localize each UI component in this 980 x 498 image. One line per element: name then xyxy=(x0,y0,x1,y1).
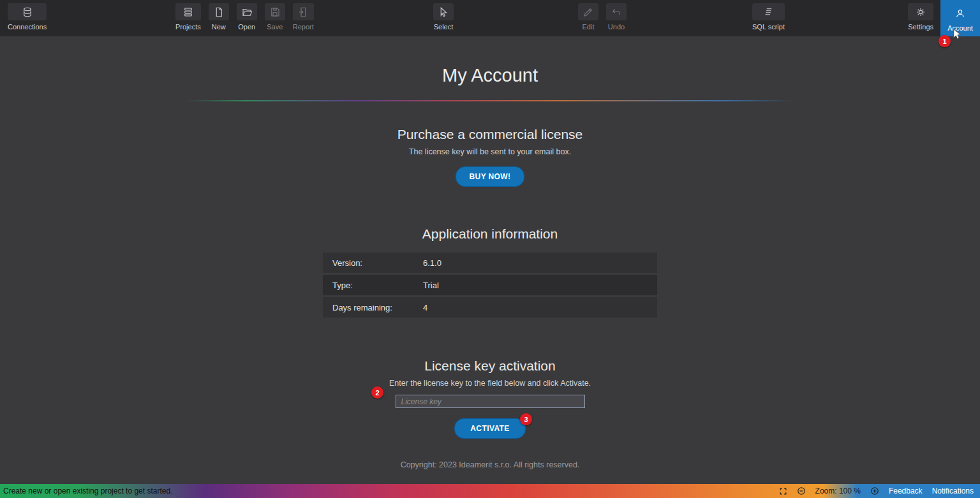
purchase-subtext: The license key will be sent to your ema… xyxy=(0,147,980,156)
toolbar: Connections Projects New xyxy=(0,0,980,36)
connections-label: Connections xyxy=(8,23,47,31)
step-badge-1: 1 xyxy=(939,35,951,47)
notifications-link[interactable]: Notifications xyxy=(932,487,974,495)
license-activation-section: License key activation Enter the license… xyxy=(0,358,980,439)
table-row: Days remaining: 4 xyxy=(323,297,657,318)
report-document-icon xyxy=(297,6,309,18)
projects-stack-icon xyxy=(182,6,194,18)
license-key-input[interactable] xyxy=(396,395,585,408)
status-bar: Create new or open existing project to g… xyxy=(0,484,980,498)
rainbow-divider xyxy=(186,100,794,101)
application-information-table: Version: 6.1.0 Type: Trial Days remainin… xyxy=(323,253,657,318)
person-icon xyxy=(954,8,966,19)
sql-script-label: SQL script xyxy=(752,23,785,31)
save-floppy-icon xyxy=(269,6,281,18)
toolbar-group-project: Projects New Open Save xyxy=(174,0,316,31)
open-folder-icon xyxy=(241,6,253,18)
projects-label: Projects xyxy=(175,23,201,31)
table-row: Version: 6.1.0 xyxy=(323,253,657,273)
row-label: Days remaining: xyxy=(323,303,423,312)
step-badge-3: 3 xyxy=(520,413,532,425)
select-label: Select xyxy=(434,23,454,31)
toolbar-group-sql: SQL script xyxy=(750,0,787,31)
page-title: My Account xyxy=(0,36,980,86)
sql-script-icon xyxy=(762,6,774,18)
zoom-out-icon[interactable] xyxy=(797,487,806,495)
application-information-section: Application information Version: 6.1.0 T… xyxy=(0,226,980,318)
projects-button[interactable]: Projects xyxy=(174,0,203,31)
row-label: Type: xyxy=(323,281,423,290)
row-label: Version: xyxy=(323,258,423,268)
open-label: Open xyxy=(238,23,255,31)
row-value: 6.1.0 xyxy=(423,258,442,268)
undo-label: Undo xyxy=(608,23,625,31)
row-value: 4 xyxy=(423,303,427,312)
select-cursor-icon xyxy=(438,6,449,18)
account-page: My Account Purchase a commercial license… xyxy=(0,36,980,484)
settings-label: Settings xyxy=(908,23,933,31)
open-button[interactable]: Open xyxy=(235,0,259,31)
toolbar-group-right: Settings Account xyxy=(906,0,980,36)
license-activation-heading: License key activation xyxy=(0,358,980,374)
feedback-link[interactable]: Feedback xyxy=(889,487,923,495)
toolbar-group-connections: Connections xyxy=(6,0,48,31)
report-button[interactable]: Report xyxy=(291,0,316,31)
status-message: Create new or open existing project to g… xyxy=(0,487,172,495)
edit-pencil-icon xyxy=(583,6,594,18)
purchase-heading: Purchase a commercial license xyxy=(0,127,980,142)
undo-arrow-icon xyxy=(611,6,622,18)
mouse-cursor-icon xyxy=(951,28,963,41)
step-badge-2: 2 xyxy=(371,386,383,399)
save-button[interactable]: Save xyxy=(263,0,287,31)
row-value: Trial xyxy=(423,281,439,290)
new-button[interactable]: New xyxy=(207,0,231,31)
application-information-heading: Application information xyxy=(0,226,980,242)
database-icon xyxy=(22,6,33,18)
purchase-section: Purchase a commercial license The licens… xyxy=(0,127,980,187)
toolbar-group-edit: Edit Undo xyxy=(576,0,628,31)
new-label: New xyxy=(212,23,226,31)
settings-button[interactable]: Settings xyxy=(906,0,935,31)
zoom-in-icon[interactable] xyxy=(870,487,879,495)
sql-script-button[interactable]: SQL script xyxy=(750,0,787,31)
save-label: Save xyxy=(267,23,283,31)
undo-button[interactable]: Undo xyxy=(604,0,628,31)
edit-label: Edit xyxy=(583,23,595,31)
edit-button[interactable]: Edit xyxy=(576,0,600,31)
copyright-text: Copyright: 2023 Ideamerit s.r.o. All rig… xyxy=(0,460,980,469)
connections-button[interactable]: Connections xyxy=(6,0,48,31)
activate-button[interactable]: ACTIVATE xyxy=(454,418,525,439)
gear-icon xyxy=(915,6,926,18)
fullscreen-icon[interactable] xyxy=(779,487,787,495)
toolbar-group-select: Select xyxy=(431,0,456,31)
report-label: Report xyxy=(293,23,314,31)
new-document-icon xyxy=(213,6,225,18)
zoom-level-label: Zoom: 100 % xyxy=(815,487,861,495)
status-right-controls: Zoom: 100 % Feedback Notifications xyxy=(779,487,980,495)
table-row: Type: Trial xyxy=(323,275,657,295)
license-activation-subtext: Enter the license key to the field below… xyxy=(0,379,980,388)
buy-now-button[interactable]: BUY NOW! xyxy=(456,166,525,187)
select-button[interactable]: Select xyxy=(431,0,456,31)
